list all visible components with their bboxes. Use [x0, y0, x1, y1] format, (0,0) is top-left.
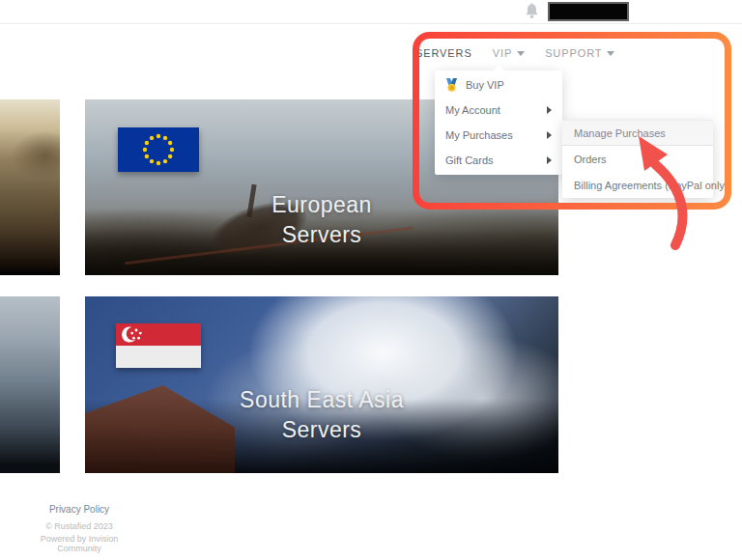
gift-cards-label: Gift Cards	[445, 154, 494, 166]
nav-support-label: SUPPORT	[545, 47, 602, 59]
submenu-arrow-icon	[547, 106, 552, 114]
vip-dropdown-menu: Buy VIP My Account My Purchases Gift Car…	[435, 70, 562, 175]
nav-vip-label: VIP	[493, 47, 512, 59]
menu-item-my-account[interactable]: My Account	[435, 98, 562, 123]
banner-title-european-servers: European Servers	[85, 190, 558, 250]
submenu-item-billing-agreements[interactable]: Billing Agreements (PayPal only)	[562, 172, 713, 198]
main-nav: SERVERS VIP SUPPORT	[415, 45, 614, 61]
banner-title-sea-servers: South East Asia Servers	[85, 385, 558, 445]
privacy-policy-link[interactable]: Privacy Policy	[19, 504, 139, 515]
menu-item-gift-cards[interactable]: Gift Cards	[435, 148, 562, 173]
copyright-text: © Rustafied 2023	[19, 521, 139, 531]
submenu-item-manage-purchases[interactable]: Manage Purchases	[562, 120, 713, 146]
banner-partial-left-row1[interactable]	[0, 99, 60, 275]
singapore-flag-icon	[116, 323, 201, 368]
my-purchases-submenu: Manage Purchases Orders Billing Agreemen…	[562, 120, 713, 198]
bell-icon[interactable]	[525, 3, 539, 20]
submenu-item-orders[interactable]: Orders	[562, 146, 713, 172]
top-user-bar	[0, 0, 742, 24]
medal-icon	[445, 78, 458, 92]
manage-purchases-label: Manage Purchases	[574, 127, 666, 139]
nav-item-servers[interactable]: SERVERS	[415, 47, 472, 59]
caret-down-icon	[517, 51, 525, 56]
my-account-label: My Account	[445, 104, 500, 116]
nav-item-support[interactable]: SUPPORT	[545, 47, 614, 59]
footer: Privacy Policy © Rustafied 2023 Powered …	[19, 504, 139, 553]
my-purchases-label: My Purchases	[445, 129, 513, 141]
submenu-arrow-icon	[547, 156, 552, 164]
banner-south-east-asia-servers[interactable]: South East Asia Servers	[85, 296, 558, 473]
banner-partial-left-row2[interactable]	[0, 296, 60, 473]
submenu-arrow-icon	[547, 131, 552, 139]
redacted-username[interactable]	[548, 2, 629, 21]
caret-down-icon	[607, 51, 614, 56]
orders-label: Orders	[574, 154, 607, 165]
buy-vip-label: Buy VIP	[466, 79, 504, 91]
nav-servers-label: SERVERS	[415, 47, 472, 59]
eu-flag-icon	[118, 127, 199, 172]
menu-item-my-purchases[interactable]: My Purchases	[435, 123, 562, 148]
billing-agreements-label: Billing Agreements (PayPal only)	[574, 180, 728, 191]
powered-by-link[interactable]: Powered by Invision Community	[19, 534, 139, 553]
nav-item-vip[interactable]: VIP	[493, 47, 525, 59]
annotation-overlay	[0, 0, 742, 560]
